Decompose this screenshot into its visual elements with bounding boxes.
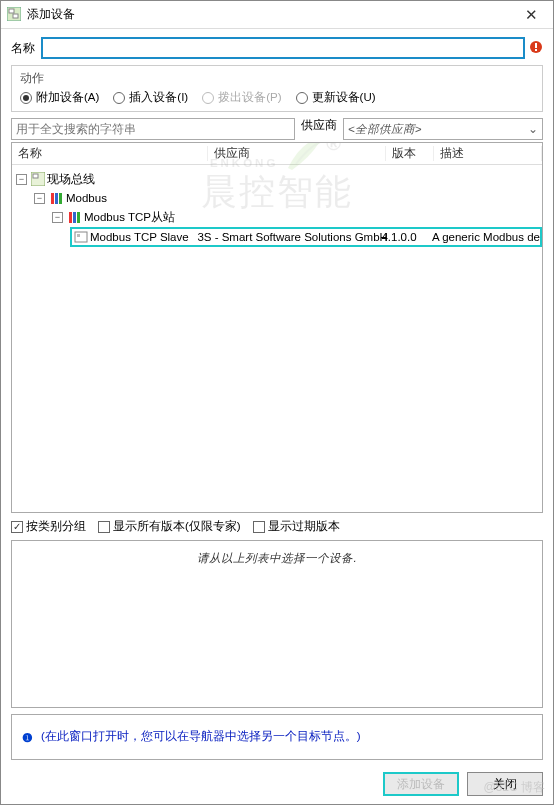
chevron-down-icon: ⌄ bbox=[528, 122, 538, 136]
search-input[interactable] bbox=[11, 118, 295, 140]
col-version[interactable]: 版本 bbox=[386, 146, 434, 161]
svg-rect-4 bbox=[535, 43, 537, 48]
error-icon bbox=[529, 40, 543, 56]
svg-rect-5 bbox=[535, 49, 537, 51]
svg-rect-2 bbox=[13, 14, 18, 18]
action-legend: 动作 bbox=[18, 71, 46, 86]
collapse-icon[interactable]: − bbox=[52, 212, 63, 223]
svg-rect-7 bbox=[33, 174, 38, 178]
check-group[interactable]: ✓按类别分组 bbox=[11, 519, 86, 534]
action-fieldset: 动作 附加设备(A) 插入设备(I) 拨出设备(P) 更新设备(U) bbox=[11, 65, 543, 112]
radio-pull: 拨出设备(P) bbox=[202, 90, 281, 105]
close-button[interactable]: ✕ bbox=[509, 1, 553, 28]
radio-insert[interactable]: 插入设备(I) bbox=[113, 90, 188, 105]
selection-hint: 请从以上列表中选择一个设备. bbox=[18, 551, 536, 566]
device-tree[interactable]: − 现场总线 − Modbus bbox=[12, 165, 542, 512]
options-row: ✓按类别分组 显示所有版本(仅限专家) 显示过期版本 bbox=[11, 519, 543, 534]
action-radios: 附加设备(A) 插入设备(I) 拨出设备(P) 更新设备(U) bbox=[20, 90, 534, 105]
supplier-label: 供应商 bbox=[301, 118, 337, 140]
window-title: 添加设备 bbox=[27, 7, 509, 22]
name-row: 名称 bbox=[11, 37, 543, 59]
device-icon bbox=[74, 230, 88, 244]
button-row: 添加设备 关闭 bbox=[1, 766, 553, 804]
supplier-select[interactable]: <全部供应商> ⌄ bbox=[343, 118, 543, 140]
name-label: 名称 bbox=[11, 41, 35, 56]
selection-info-box: 请从以上列表中选择一个设备. bbox=[11, 540, 543, 708]
add-device-dialog: 添加设备 ✕ 名称 动作 附加设备(A) 插入设备(I) 拨出设备(P) 更新设… bbox=[0, 0, 554, 805]
col-name[interactable]: 名称 bbox=[12, 146, 208, 161]
collapse-icon[interactable]: − bbox=[34, 193, 45, 204]
svg-rect-1 bbox=[9, 9, 14, 13]
check-allversions[interactable]: 显示所有版本(仅限专家) bbox=[98, 519, 241, 534]
device-tree-box: ENKONG® 晨控智能 名称 供应商 版本 描述 − 现场总线 bbox=[11, 142, 543, 513]
tree-node-modbus[interactable]: − Modbus bbox=[34, 189, 542, 207]
app-icon bbox=[7, 7, 21, 23]
info-icon: ❶ bbox=[22, 731, 33, 745]
content: 名称 动作 附加设备(A) 插入设备(I) 拨出设备(P) 更新设备(U) 供应… bbox=[1, 29, 553, 766]
svg-rect-8 bbox=[75, 232, 87, 242]
col-desc[interactable]: 描述 bbox=[434, 146, 542, 161]
check-expired[interactable]: 显示过期版本 bbox=[253, 519, 340, 534]
modbus-icon bbox=[67, 212, 82, 223]
radio-append[interactable]: 附加设备(A) bbox=[20, 90, 99, 105]
filter-row: 供应商 <全部供应商> ⌄ bbox=[11, 118, 543, 140]
tree-node-selected[interactable]: Modbus TCP Slave 3S - Smart Software Sol… bbox=[70, 227, 542, 247]
tree-node-root[interactable]: − 现场总线 bbox=[16, 170, 542, 188]
collapse-icon[interactable]: − bbox=[16, 174, 27, 185]
tree-node-tcpslave[interactable]: − Modbus TCP从站 bbox=[52, 208, 542, 226]
svg-rect-9 bbox=[77, 234, 80, 237]
titlebar[interactable]: 添加设备 ✕ bbox=[1, 1, 553, 29]
folder-icon bbox=[31, 172, 45, 186]
hint-box: ❶ (在此窗口打开时，您可以在导航器中选择另一个目标节点。) bbox=[11, 714, 543, 760]
modbus-icon bbox=[49, 193, 64, 204]
name-input[interactable] bbox=[41, 37, 525, 59]
radio-update[interactable]: 更新设备(U) bbox=[296, 90, 376, 105]
hint-text: (在此窗口打开时，您可以在导航器中选择另一个目标节点。) bbox=[41, 729, 361, 744]
col-vendor[interactable]: 供应商 bbox=[208, 146, 386, 161]
tree-columns: 名称 供应商 版本 描述 bbox=[12, 143, 542, 165]
close-dialog-button[interactable]: 关闭 bbox=[467, 772, 543, 796]
add-device-button[interactable]: 添加设备 bbox=[383, 772, 459, 796]
